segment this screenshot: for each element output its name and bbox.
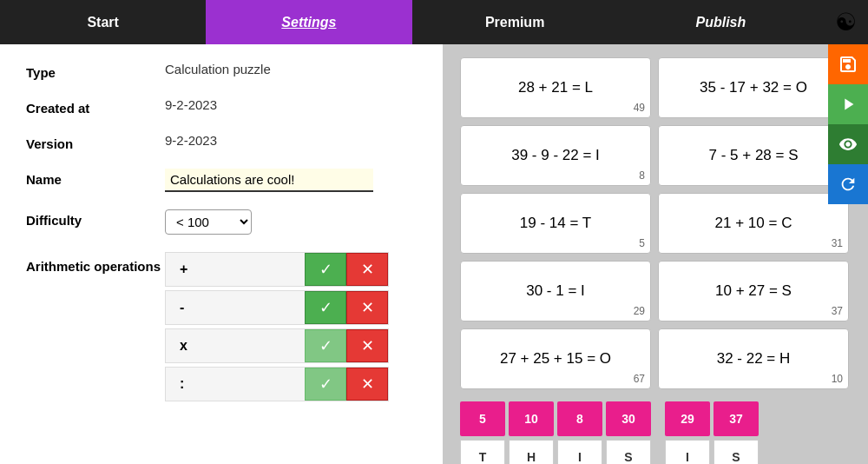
type-label: Type bbox=[26, 62, 165, 80]
puzzle-eq-1: 35 - 17 + 32 = O bbox=[700, 79, 807, 96]
nav-start[interactable]: Start bbox=[0, 0, 206, 44]
op-minus-enable-btn[interactable]: ✓ bbox=[305, 291, 346, 324]
op-minus-row: - ✓ ✕ bbox=[165, 290, 389, 325]
puzzle-grid: 28 + 21 = L 49 35 - 17 + 32 = O 39 - 9 -… bbox=[460, 57, 849, 389]
name-label: Name bbox=[26, 169, 165, 187]
top-navigation: Start Settings Premium Publish ☯ bbox=[0, 0, 868, 44]
preview-button[interactable] bbox=[828, 124, 868, 164]
puzzle-eq-3: 7 - 5 + 28 = S bbox=[708, 147, 798, 164]
right-toolbar bbox=[828, 44, 868, 204]
version-row: Version 9-2-2023 bbox=[26, 133, 417, 151]
ans-letter-I1: I bbox=[557, 440, 602, 464]
type-value: Calculation puzzle bbox=[165, 62, 271, 76]
op-plus-disable-btn[interactable]: ✕ bbox=[346, 253, 388, 286]
puzzle-eq-7: 10 + 27 = S bbox=[715, 282, 792, 300]
puzzle-cell-3: 7 - 5 + 28 = S bbox=[658, 125, 849, 186]
answer-gap-1 bbox=[654, 401, 661, 436]
name-row: Name bbox=[26, 169, 417, 192]
op-plus-row: + ✓ ✕ bbox=[165, 252, 389, 287]
nav-settings[interactable]: Settings bbox=[206, 0, 411, 44]
main-content: Type Calculation puzzle Created at 9-2-2… bbox=[0, 44, 868, 464]
op-multiply-row: x ✓ ✕ bbox=[165, 328, 389, 363]
ans-num-8: 8 bbox=[557, 401, 602, 436]
puzzle-num-7: 37 bbox=[832, 305, 843, 317]
puzzle-eq-5: 21 + 10 = C bbox=[715, 215, 792, 232]
op-minus-symbol: - bbox=[166, 293, 305, 322]
puzzle-cell-1: 35 - 17 + 32 = O bbox=[658, 57, 849, 118]
op-divide-row: : ✓ ✕ bbox=[165, 367, 389, 401]
puzzle-cell-7: 10 + 27 = S 37 bbox=[658, 261, 849, 321]
puzzle-preview-panel: 28 + 21 = L 49 35 - 17 + 32 = O 39 - 9 -… bbox=[443, 44, 868, 464]
ans-letter-S1: S bbox=[606, 440, 651, 464]
puzzle-num-4: 5 bbox=[639, 237, 645, 249]
puzzle-cell-9: 32 - 22 = H 10 bbox=[658, 328, 849, 389]
puzzle-eq-0: 28 + 21 = L bbox=[518, 79, 593, 96]
op-divide-disable-btn[interactable]: ✕ bbox=[346, 368, 388, 401]
arith-ops-table: + ✓ ✕ - ✓ ✕ x ✓ ✕ : ✓ ✕ bbox=[165, 252, 389, 401]
puzzle-eq-9: 32 - 22 = H bbox=[717, 350, 791, 368]
refresh-icon bbox=[838, 175, 858, 194]
ans-num-30: 30 bbox=[606, 401, 651, 436]
save-button[interactable] bbox=[828, 44, 868, 84]
answer-gap-2 bbox=[654, 440, 661, 464]
puzzle-num-0: 49 bbox=[634, 102, 645, 114]
play-icon bbox=[838, 95, 858, 114]
puzzle-eq-2: 39 - 9 - 22 = I bbox=[511, 147, 600, 164]
puzzle-eq-8: 27 + 25 + 15 = O bbox=[500, 350, 611, 368]
settings-panel: Type Calculation puzzle Created at 9-2-2… bbox=[0, 44, 443, 464]
ans-num-37: 37 bbox=[713, 401, 759, 436]
puzzle-cell-8: 27 + 25 + 15 = O 67 bbox=[460, 328, 651, 389]
op-minus-disable-btn[interactable]: ✕ bbox=[346, 291, 388, 324]
puzzle-cell-0: 28 + 21 = L 49 bbox=[460, 57, 651, 118]
ans-num-29: 29 bbox=[665, 401, 710, 436]
created-value: 9-2-2023 bbox=[165, 97, 217, 112]
created-row: Created at 9-2-2023 bbox=[26, 97, 417, 116]
op-multiply-symbol: x bbox=[166, 331, 305, 361]
puzzle-eq-4: 19 - 14 = T bbox=[520, 215, 591, 232]
nav-publish[interactable]: Publish bbox=[618, 0, 824, 44]
ans-letter-S2: S bbox=[713, 440, 759, 464]
op-multiply-enable-btn[interactable]: ✓ bbox=[305, 329, 346, 362]
ans-num-5: 5 bbox=[460, 401, 505, 436]
op-divide-enable-btn[interactable]: ✓ bbox=[305, 368, 346, 401]
ans-letter-H: H bbox=[509, 440, 554, 464]
created-label: Created at bbox=[26, 97, 165, 116]
difficulty-select[interactable]: < 100 < 50 < 200 bbox=[165, 209, 252, 235]
play-button[interactable] bbox=[828, 84, 868, 124]
answer-row-1-letters: T H I S I S bbox=[460, 440, 759, 464]
refresh-button[interactable] bbox=[828, 164, 868, 204]
version-label: Version bbox=[26, 133, 165, 151]
type-row: Type Calculation puzzle bbox=[26, 62, 417, 80]
answer-row-1-nums: 5 10 8 30 29 37 bbox=[460, 401, 759, 436]
puzzle-eq-6: 30 - 1 = I bbox=[526, 282, 585, 300]
yin-yang-icon[interactable]: ☯ bbox=[824, 0, 868, 44]
difficulty-label: Difficulty bbox=[26, 209, 165, 228]
puzzle-num-6: 29 bbox=[634, 305, 645, 317]
ans-letter-T1: T bbox=[460, 440, 505, 464]
puzzle-cell-4: 19 - 14 = T 5 bbox=[460, 193, 651, 254]
answer-section: 5 10 8 30 29 37 T H I S I S 31 67 bbox=[460, 401, 759, 464]
save-icon bbox=[838, 54, 858, 75]
puzzle-cell-5: 21 + 10 = C 31 bbox=[658, 193, 849, 254]
nav-premium[interactable]: Premium bbox=[412, 0, 618, 44]
name-input[interactable] bbox=[165, 169, 373, 192]
op-multiply-disable-btn[interactable]: ✕ bbox=[346, 329, 388, 362]
puzzle-num-2: 8 bbox=[639, 169, 645, 182]
ans-letter-I2: I bbox=[665, 440, 710, 464]
difficulty-row: Difficulty < 100 < 50 < 200 bbox=[26, 209, 417, 235]
op-divide-symbol: : bbox=[166, 369, 305, 399]
op-plus-enable-btn[interactable]: ✓ bbox=[305, 253, 346, 286]
op-plus-symbol: + bbox=[166, 255, 305, 284]
arith-ops-label: Arithmetic operations bbox=[26, 252, 165, 274]
eye-icon bbox=[838, 135, 858, 154]
puzzle-cell-6: 30 - 1 = I 29 bbox=[460, 261, 651, 321]
puzzle-cell-2: 39 - 9 - 22 = I 8 bbox=[460, 125, 651, 186]
arith-ops-row: Arithmetic operations + ✓ ✕ - ✓ ✕ x ✓ ✕ bbox=[26, 252, 417, 401]
puzzle-num-5: 31 bbox=[832, 237, 843, 249]
ans-num-10: 10 bbox=[509, 401, 554, 436]
version-value: 9-2-2023 bbox=[165, 133, 217, 148]
puzzle-num-8: 67 bbox=[634, 373, 645, 385]
puzzle-num-9: 10 bbox=[832, 373, 843, 385]
